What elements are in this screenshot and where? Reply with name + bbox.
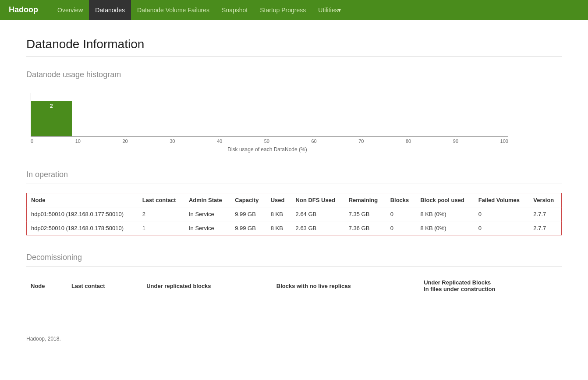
row2-failed-volumes: 0 [474,221,529,235]
x-tick-10: 10 [75,139,81,144]
page-title: Datanode Information [26,37,562,51]
nav-item-snapshot[interactable]: Snapshot [216,0,254,20]
footer-text: Hadoop, 2018. [26,336,61,342]
decomm-col-node: Node [26,276,67,296]
x-tick-80: 80 [406,139,411,144]
row1-version: 2.7.7 [529,207,561,221]
x-tick-70: 70 [358,139,364,144]
row1-last-contact: 2 [138,207,184,221]
col-used: Used [266,193,291,207]
x-tick-0: 0 [31,139,33,144]
row1-block-pool-used: 8 KB (0%) [416,207,474,221]
col-remaining: Remaining [344,193,386,207]
col-blocks: Blocks [386,193,416,207]
decomm-col-under-replicated-construction: Under Replicated Blocks In files under c… [419,276,562,296]
histogram-bar: 2 [31,101,72,136]
col-block-pool-used: Block pool used [416,193,474,207]
main-content: Datanode Information Datanode usage hist… [0,20,588,331]
row1-node: hdp01:50010 (192.168.0.177:50010) [27,207,138,221]
row2-last-contact: 1 [138,221,184,235]
decomm-col-under-replicated: Under replicated blocks [142,276,272,296]
decomm-divider [26,266,562,267]
x-axis-label: Disk usage of each DataNode (%) [26,146,508,153]
row2-remaining: 7.36 GB [344,221,386,235]
x-tick-100: 100 [500,139,508,144]
row1-used: 8 KB [266,207,291,221]
histogram-divider [26,84,562,84]
row1-non-dfs-used: 2.64 GB [291,207,344,221]
nav-item-overview[interactable]: Overview [51,0,89,20]
in-operation-title: In operation [26,170,562,179]
row2-used: 8 KB [266,221,291,235]
table-row: hdp02:50010 (192.168.0.178:50010) 1 In S… [27,221,562,235]
table-row: hdp01:50010 (192.168.0.177:50010) 2 In S… [27,207,562,221]
decomm-col-last-contact: Last contact [67,276,142,296]
row2-blocks: 0 [386,221,416,235]
row1-remaining: 7.35 GB [344,207,386,221]
footer: Hadoop, 2018. [0,331,588,346]
decomm-title: Decomissioning [26,253,562,262]
row1-admin-state: In Service [184,207,230,221]
bar-value-label: 2 [50,101,53,109]
x-tick-20: 20 [122,139,128,144]
in-operation-section: In operation Node Last contact Admin Sta… [26,170,562,235]
col-node: Node [27,193,138,207]
row1-blocks: 0 [386,207,416,221]
col-version: Version [529,193,561,207]
row2-non-dfs-used: 2.63 GB [291,221,344,235]
x-tick-30: 30 [170,139,175,144]
col-capacity: Capacity [230,193,266,207]
histogram-title: Datanode usage histogram [26,70,562,79]
nav-item-utilities[interactable]: Utilities [312,0,347,20]
x-tick-90: 90 [453,139,458,144]
decomm-header-row: Node Last contact Under replicated block… [26,276,562,296]
decomm-table: Node Last contact Under replicated block… [26,276,562,296]
x-tick-60: 60 [311,139,316,144]
x-axis: 0 10 20 30 40 50 60 70 80 90 100 [31,139,508,144]
table-header-row: Node Last contact Admin State Capacity U… [27,193,562,207]
in-operation-divider [26,184,562,184]
row2-node: hdp02:50010 (192.168.0.178:50010) [27,221,138,235]
nav-item-datanodes[interactable]: Datanodes [89,0,131,20]
row1-failed-volumes: 0 [474,207,529,221]
row2-admin-state: In Service [184,221,230,235]
x-tick-50: 50 [264,139,269,144]
operation-table: Node Last contact Admin State Capacity U… [26,193,562,235]
row2-block-pool-used: 8 KB (0%) [416,221,474,235]
col-admin-state: Admin State [184,193,230,207]
row1-capacity: 9.99 GB [230,207,266,221]
nav-item-startup-progress[interactable]: Startup Progress [254,0,312,20]
histogram-section: Datanode usage histogram 2 0 10 20 30 40… [26,70,562,153]
col-failed-volumes: Failed Volumes [474,193,529,207]
col-last-contact: Last contact [138,193,184,207]
row2-capacity: 9.99 GB [230,221,266,235]
nav-item-datanode-volume-failures[interactable]: Datanode Volume Failures [131,0,216,20]
navbar: Hadoop Overview Datanodes Datanode Volum… [0,0,588,20]
decomm-section: Decomissioning Node Last contact Under r… [26,253,562,296]
col-non-dfs-used: Non DFS Used [291,193,344,207]
brand-logo: Hadoop [4,5,43,14]
title-divider [26,57,562,57]
row2-version: 2.7.7 [529,221,561,235]
x-tick-40: 40 [217,139,222,144]
decomm-col-no-live-replicas: Blocks with no live replicas [272,276,419,296]
